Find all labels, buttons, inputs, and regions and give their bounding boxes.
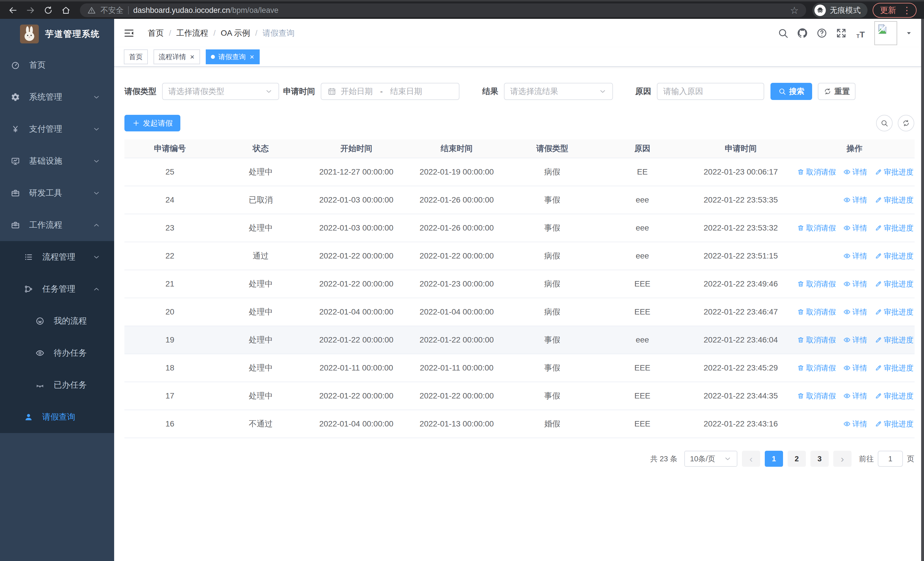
detail-link[interactable]: 详情 [843, 335, 867, 345]
approval-progress-link[interactable]: 审批进度 [874, 391, 914, 401]
cell-apply-id: 21 [124, 279, 215, 289]
cell-end-time: 2022-01-22 00:00:00 [406, 391, 507, 400]
approval-progress-link[interactable]: 审批进度 [874, 307, 914, 317]
bookmark-star-icon[interactable]: ☆ [790, 5, 799, 16]
approval-progress-link[interactable]: 审批进度 [874, 279, 914, 289]
detail-link[interactable]: 详情 [843, 391, 867, 401]
address-bar[interactable]: 不安全 dashboard.yudao.iocoder.cn/bpm/oa/le… [80, 3, 806, 17]
pen-icon [874, 364, 882, 371]
search-button[interactable]: 搜索 [771, 83, 812, 100]
browser-forward-button[interactable] [23, 3, 38, 18]
page-number-button[interactable]: 3 [810, 451, 829, 467]
help-icon[interactable] [816, 27, 828, 39]
table-row: 18 处理中 2022-01-11 00:00:00 2022-01-11 00… [124, 354, 915, 382]
tab-close-icon[interactable]: × [189, 53, 195, 60]
eye-icon [843, 336, 850, 344]
approval-progress-link[interactable]: 审批进度 [874, 223, 914, 233]
github-icon[interactable] [797, 27, 808, 39]
cancel-leave-link[interactable]: 取消请假 [797, 307, 836, 317]
page-tab[interactable]: 流程详情 × [153, 50, 200, 64]
sidebar-menu-item[interactable]: 支付管理 [0, 113, 114, 145]
browser-update-button[interactable]: 更新 ⋮ [873, 3, 916, 18]
detail-link[interactable]: 详情 [843, 279, 867, 289]
leave-type-select[interactable]: 请选择请假类型 [162, 83, 279, 100]
reset-button[interactable]: 重置 [818, 83, 855, 100]
cancel-leave-link[interactable]: 取消请假 [797, 223, 836, 233]
range-separator: - [380, 87, 382, 96]
reason-input[interactable]: 请输入原因 [657, 83, 764, 100]
detail-link[interactable]: 详情 [843, 251, 867, 261]
approval-progress-link[interactable]: 审批进度 [874, 419, 914, 429]
browser-menu-icon[interactable]: ⋮ [902, 6, 912, 15]
app-logo[interactable]: 芋道管理系统 [0, 19, 114, 49]
apply-time-range-picker[interactable]: 开始日期 - 结束日期 [321, 83, 459, 100]
fullscreen-icon[interactable] [836, 27, 847, 39]
page-size-select[interactable]: 10条/页 [684, 451, 737, 467]
breadcrumb-item[interactable]: OA 示例 / [221, 28, 262, 39]
create-leave-button[interactable]: 发起请假 [124, 115, 180, 131]
detail-link[interactable]: 详情 [843, 223, 867, 233]
sidebar-menu-item[interactable]: 首页 [0, 49, 114, 81]
breadcrumb-item[interactable]: 请假查询 / [262, 28, 294, 39]
user-menu-caret-icon[interactable] [905, 29, 913, 37]
cancel-leave-link[interactable]: 取消请假 [797, 335, 836, 345]
detail-link[interactable]: 详情 [843, 419, 867, 429]
next-page-button[interactable]: › [833, 451, 852, 467]
browser-home-button[interactable] [58, 3, 74, 18]
detail-link[interactable]: 详情 [843, 363, 867, 373]
result-select[interactable]: 请选择流结果 [504, 83, 613, 100]
breadcrumb-item[interactable]: 工作流程 / [176, 28, 221, 39]
collapse-sidebar-icon[interactable] [123, 27, 135, 39]
page-tab[interactable]: 请假查询 × [206, 50, 260, 64]
cancel-leave-link[interactable]: 取消请假 [797, 167, 836, 177]
sidebar-menu-item[interactable]: 基础设施 [0, 145, 114, 177]
menu-item-label: 研发工具 [29, 187, 62, 199]
sidebar-menu-item[interactable]: 流程管理 [0, 241, 114, 273]
browser-back-button[interactable] [5, 3, 21, 18]
page-number-button[interactable]: 2 [788, 451, 806, 467]
cell-apply-id: 20 [124, 307, 215, 316]
refresh-table-button[interactable] [898, 115, 914, 131]
font-size-icon[interactable]: TT [855, 27, 866, 39]
cell-apply-time: 2022-01-22 23:46:47 [687, 307, 795, 316]
sidebar-menu-item[interactable]: 任务管理 [0, 273, 114, 305]
column-header: 状态 [215, 143, 306, 154]
pen-icon [874, 336, 882, 344]
chevron-icon [93, 221, 100, 229]
cell-actions: 取消请假 详情 审批进度 [795, 307, 915, 317]
approval-progress-link[interactable]: 审批进度 [874, 167, 914, 177]
goto-page-input[interactable] [878, 451, 903, 467]
detail-link[interactable]: 详情 [843, 195, 867, 205]
sidebar-menu-item[interactable]: 已办任务 [0, 369, 114, 401]
approval-progress-link[interactable]: 审批进度 [874, 251, 914, 261]
user-avatar[interactable] [874, 21, 897, 45]
breadcrumb-item[interactable]: 首页 / [148, 28, 176, 39]
approval-progress-link[interactable]: 审批进度 [874, 363, 914, 373]
detail-link[interactable]: 详情 [843, 167, 867, 177]
sidebar-menu-item[interactable]: 待办任务 [0, 337, 114, 369]
cell-apply-time: 2022-01-22 23:53:32 [687, 223, 795, 233]
sidebar-menu-item[interactable]: 我的流程 [0, 305, 114, 337]
menu-item-icon [11, 125, 20, 134]
page-number-button[interactable]: 1 [765, 451, 783, 467]
sidebar-menu-item[interactable]: 系统管理 [0, 81, 114, 113]
cancel-leave-link[interactable]: 取消请假 [797, 363, 836, 373]
search-icon[interactable] [777, 27, 789, 39]
sidebar-menu-item[interactable]: 研发工具 [0, 177, 114, 209]
cancel-leave-link[interactable]: 取消请假 [797, 279, 836, 289]
approval-progress-link[interactable]: 审批进度 [874, 195, 914, 205]
cell-actions: 取消请假 详情 审批进度 [795, 335, 915, 345]
sidebar-menu-item[interactable]: 请假查询 [0, 401, 114, 433]
forward-icon [26, 5, 35, 15]
cancel-leave-link[interactable]: 取消请假 [797, 391, 836, 401]
detail-link[interactable]: 详情 [843, 307, 867, 317]
approval-progress-link[interactable]: 审批进度 [874, 335, 914, 345]
sidebar-menu-item[interactable]: 工作流程 [0, 209, 114, 241]
tab-close-icon[interactable]: × [249, 53, 255, 60]
search-form: 请假类型 请选择请假类型 申请时间 开始日期 - 结束日期 结果 请选择流结果 [124, 83, 914, 100]
prev-page-button[interactable]: ‹ [742, 451, 760, 467]
browser-reload-button[interactable] [40, 3, 56, 18]
trash-icon [797, 392, 804, 400]
toggle-search-button[interactable] [876, 115, 892, 131]
page-tab[interactable]: 首页 [124, 50, 148, 64]
